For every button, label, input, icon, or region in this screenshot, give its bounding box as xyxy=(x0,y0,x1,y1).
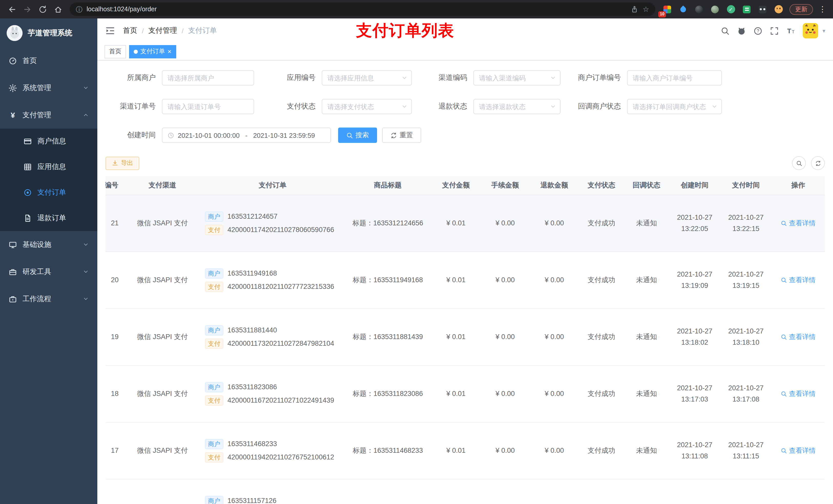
sidebar-item-home[interactable]: 首页 xyxy=(0,47,97,74)
content-area: 所属商户 应用编号 渠道编码 商户订单编号 xyxy=(97,61,833,504)
extension-tampermonkey-icon[interactable] xyxy=(756,3,769,16)
view-detail-link[interactable]: 查看详情 xyxy=(781,332,815,341)
table-row: 21 微信 JSAPI 支付 商户1635312124657 支付4200001… xyxy=(105,195,825,251)
sidebar-item-infrastructure[interactable]: 基础设施 xyxy=(0,231,97,258)
view-detail-link[interactable]: 查看详情 xyxy=(781,446,815,455)
sidebar-item-workflow[interactable]: 工作流程 xyxy=(0,285,97,312)
table-header-row: 编号 支付渠道 支付订单 商品标题 支付金额 手续金额 退款金额 支付状态 回调… xyxy=(105,176,825,195)
pay-tag: 支付 xyxy=(205,224,223,235)
fullscreen-icon[interactable] xyxy=(770,26,779,35)
font-size-icon[interactable] xyxy=(787,26,795,35)
yen-icon: ¥ xyxy=(9,111,17,119)
merchant-input[interactable] xyxy=(162,70,254,86)
pay-tag: 支付 xyxy=(205,338,223,349)
page-title: 支付订单列表 xyxy=(356,23,454,39)
active-dot-icon xyxy=(134,49,138,53)
extension-vue-devtools-icon[interactable]: ✓ xyxy=(724,3,737,16)
chevron-down-icon xyxy=(83,296,89,302)
sidebar: 芋道管理系统 首页 系统管理 ¥ 支付管理 商户信息 xyxy=(0,19,97,504)
refund-status-label: 退款状态 xyxy=(412,102,473,111)
channel-code-select[interactable] xyxy=(473,70,561,86)
reset-button[interactable]: 重置 xyxy=(382,127,421,143)
create-time-label: 创建时间 xyxy=(105,130,162,140)
tab-pay-order[interactable]: 支付订单 × xyxy=(129,45,176,58)
clock-icon xyxy=(168,132,174,139)
extension-emoji-icon[interactable] xyxy=(772,3,785,16)
pay-status-select[interactable] xyxy=(322,99,412,114)
search-icon[interactable] xyxy=(721,26,730,35)
tab-home[interactable]: 首页 xyxy=(104,45,126,58)
github-icon[interactable] xyxy=(737,26,746,35)
extension-green-sphere-icon[interactable] xyxy=(709,3,721,16)
tags-view-bar: 首页 支付订单 × xyxy=(97,43,833,61)
browser-home-button[interactable] xyxy=(50,2,66,17)
extension-chat-icon[interactable] xyxy=(740,3,753,16)
view-icon xyxy=(781,448,787,454)
user-avatar[interactable] xyxy=(803,23,818,39)
search-icon xyxy=(346,132,353,139)
breadcrumb: 首页 / 支付管理 / 支付订单 xyxy=(123,26,217,35)
filter-row-3: 创建时间 2021-10-01 00:00:00 - 2021-10-31 23… xyxy=(105,127,825,143)
view-icon xyxy=(781,334,787,340)
dashboard-icon xyxy=(9,56,17,65)
filter-row-2: 渠道订单号 支付状态 退款状态 回调商户状态 xyxy=(105,99,825,114)
sidebar-item-refund-order[interactable]: 退款订单 xyxy=(0,206,97,231)
address-bar[interactable]: ⓘ localhost:1024/pay/order ☆ xyxy=(70,3,655,16)
merchant-label: 所属商户 xyxy=(105,73,162,82)
view-icon xyxy=(781,220,787,226)
sidebar-item-merchant-info[interactable]: 商户信息 xyxy=(0,128,97,154)
pay-tag: 支付 xyxy=(205,452,223,462)
gear-icon xyxy=(9,84,17,92)
channel-code-label: 渠道编码 xyxy=(412,73,473,82)
merchant-order-no-input[interactable] xyxy=(627,70,722,86)
export-button[interactable]: 导出 xyxy=(105,157,139,170)
browser-menu-icon[interactable]: ⋮ xyxy=(816,5,829,14)
site-info-icon[interactable]: ⓘ xyxy=(76,6,82,13)
sidebar-item-payment[interactable]: ¥ 支付管理 xyxy=(0,101,97,128)
search-button[interactable]: 搜索 xyxy=(338,127,377,143)
sidebar-item-dev-tools[interactable]: 研发工具 xyxy=(0,258,97,285)
share-icon[interactable] xyxy=(631,5,639,13)
extension-dark-sphere-icon[interactable] xyxy=(693,3,706,16)
browser-update-button[interactable]: 更新 xyxy=(789,4,813,15)
channel-order-no-input[interactable] xyxy=(162,99,254,114)
view-detail-link[interactable]: 查看详情 xyxy=(781,275,815,285)
view-detail-link[interactable]: 查看详情 xyxy=(781,389,815,398)
breadcrumb-home[interactable]: 首页 xyxy=(123,26,137,35)
sidebar-collapse-icon[interactable] xyxy=(105,26,115,36)
notify-status-select[interactable] xyxy=(627,99,722,114)
browser-back-button[interactable] xyxy=(4,2,20,17)
page: ⓘ localhost:1024/pay/order ☆ 10 ✓ 更新 ⋮ 芋… xyxy=(0,0,833,504)
caret-down-icon[interactable]: ▾ xyxy=(823,27,825,34)
merchant-tag: 商户 xyxy=(205,211,223,221)
merchant-order-no-label: 商户订单编号 xyxy=(561,73,627,82)
help-icon[interactable] xyxy=(754,26,763,35)
app-no-select[interactable] xyxy=(322,70,412,86)
sidebar-item-pay-order[interactable]: 支付订单 xyxy=(0,180,97,206)
pay-status-label: 支付状态 xyxy=(254,102,322,111)
extension-palette-icon[interactable]: 10 xyxy=(661,3,674,16)
sidebar-item-system[interactable]: 系统管理 xyxy=(0,74,97,101)
navbar-actions: ▾ xyxy=(721,23,825,39)
browser-toolbar: ⓘ localhost:1024/pay/order ☆ 10 ✓ 更新 ⋮ xyxy=(0,0,833,19)
breadcrumb-payment[interactable]: 支付管理 xyxy=(148,26,177,35)
refresh-table-button[interactable] xyxy=(811,156,825,170)
pay-tag: 支付 xyxy=(205,395,223,405)
merchant-tag: 商户 xyxy=(205,496,223,504)
create-time-range-picker[interactable]: 2021-10-01 00:00:00 - 2021-10-31 23:59:5… xyxy=(162,127,331,143)
refresh-icon xyxy=(815,160,821,166)
bookmark-star-icon[interactable]: ☆ xyxy=(643,5,649,13)
browser-forward-button[interactable] xyxy=(20,2,35,17)
search-icon xyxy=(796,160,802,166)
download-icon xyxy=(112,160,118,166)
browser-reload-button[interactable] xyxy=(35,2,50,17)
toggle-search-button[interactable] xyxy=(792,156,806,170)
view-detail-link[interactable]: 查看详情 xyxy=(781,218,815,228)
sidebar-item-app-info[interactable]: 应用信息 xyxy=(0,154,97,180)
extension-drop-icon[interactable] xyxy=(677,3,690,16)
monitor-icon xyxy=(9,240,17,249)
close-icon[interactable]: × xyxy=(168,48,171,55)
briefcase-icon xyxy=(9,295,17,303)
merchant-tag: 商户 xyxy=(205,439,223,449)
refund-status-select[interactable] xyxy=(473,99,561,114)
